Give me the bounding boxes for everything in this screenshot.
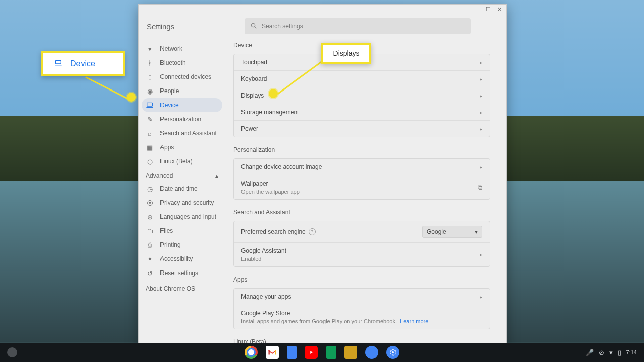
folder-icon: 🗀 <box>146 227 154 235</box>
sidebar: ▾Network ᚼBluetooth ▯Connected devices ◉… <box>139 39 224 345</box>
row-preferred-engine: Preferred search engine ? Google ▾ <box>234 221 490 242</box>
chevron-right-icon: ▸ <box>480 294 482 300</box>
laptop-icon <box>54 59 62 69</box>
sidebar-item-personalization[interactable]: ✎Personalization <box>142 112 222 126</box>
sidebar-item-network[interactable]: ▾Network <box>142 42 222 56</box>
window-titlebar: — ☐ ✕ <box>139 5 506 14</box>
sidebar-item-privacy[interactable]: ⦿Privacy and security <box>142 196 222 210</box>
sidebar-item-accessibility[interactable]: ✦Accessibility <box>142 252 222 266</box>
sidebar-item-search-assistant[interactable]: ⌕Search and Assistant <box>142 126 222 140</box>
learn-more-link[interactable]: Learn more <box>400 318 428 324</box>
sidebar-item-connected-devices[interactable]: ▯Connected devices <box>142 70 222 84</box>
search-engine-select[interactable]: Google ▾ <box>422 226 482 238</box>
svg-rect-2 <box>147 103 153 106</box>
callout-dot-displays <box>269 89 278 98</box>
callout-device-label: Device <box>70 59 95 68</box>
chevron-right-icon: ▸ <box>480 126 482 132</box>
webstore-app-icon[interactable] <box>365 346 378 359</box>
reset-icon: ↺ <box>146 269 154 277</box>
wifi-tray-icon: ▾ <box>609 349 613 356</box>
search-icon: ⌕ <box>146 129 154 137</box>
apps-icon: ▦ <box>146 143 154 151</box>
sidebar-item-linux[interactable]: ◌Linux (Beta) <box>142 154 222 168</box>
row-wallpaper[interactable]: Wallpaper Open the wallpaper app ⧉ <box>234 175 490 199</box>
chevron-right-icon: ▸ <box>480 252 482 257</box>
close-button[interactable]: ✕ <box>496 6 502 12</box>
row-account-image[interactable]: Change device account image▸ <box>234 159 490 175</box>
docs-app-icon[interactable] <box>287 346 297 359</box>
section-title-search: Search and Assistant <box>233 209 490 216</box>
header: Settings <box>139 14 506 39</box>
search-icon <box>250 22 258 31</box>
chevron-right-icon: ▸ <box>480 93 482 99</box>
chrome-app-icon[interactable] <box>245 346 258 359</box>
help-icon[interactable]: ? <box>309 228 316 235</box>
phone-icon: ▯ <box>146 73 154 81</box>
row-google-assistant[interactable]: Google Assistant Enabled ▸ <box>234 242 490 266</box>
about-chrome-os[interactable]: About Chrome OS <box>142 280 222 297</box>
globe-icon: ⊕ <box>146 213 154 221</box>
bluetooth-icon: ᚼ <box>146 59 154 67</box>
sidebar-item-people[interactable]: ◉People <box>142 84 222 98</box>
row-storage[interactable]: Storage management▸ <box>234 104 490 120</box>
youtube-app-icon[interactable] <box>305 346 318 359</box>
row-power[interactable]: Power▸ <box>234 120 490 137</box>
brush-icon: ✎ <box>146 115 154 123</box>
chevron-right-icon: ▸ <box>480 60 482 65</box>
chevron-right-icon: ▸ <box>480 76 482 82</box>
shield-icon: ⦿ <box>146 199 154 207</box>
svg-rect-0 <box>56 60 61 64</box>
sidebar-item-reset[interactable]: ↺Reset settings <box>142 266 222 280</box>
callout-displays: Displays <box>321 43 371 64</box>
clock-icon: ◷ <box>146 185 154 193</box>
search-field[interactable] <box>262 23 466 30</box>
svg-point-1 <box>251 23 255 27</box>
row-manage-apps[interactable]: Manage your apps▸ <box>234 289 490 305</box>
mic-icon: 🎤 <box>586 349 594 356</box>
battery-icon: ▯ <box>618 349 621 356</box>
app-title: Settings <box>147 22 227 31</box>
callout-device: Device <box>41 51 125 76</box>
advanced-toggle[interactable]: Advanced ▴ <box>142 168 222 182</box>
accessibility-icon: ✦ <box>146 255 154 263</box>
sidebar-item-files[interactable]: 🗀Files <box>142 224 222 238</box>
stop-icon: ⊘ <box>599 349 604 356</box>
sidebar-item-languages[interactable]: ⊕Languages and input <box>142 210 222 224</box>
search-input[interactable] <box>245 18 471 34</box>
settings-app-icon[interactable] <box>386 346 399 359</box>
sidebar-item-apps[interactable]: ▦Apps <box>142 140 222 154</box>
minimize-button[interactable]: — <box>474 6 480 12</box>
sidebar-item-bluetooth[interactable]: ᚼBluetooth <box>142 56 222 70</box>
laptop-icon <box>146 101 154 109</box>
sidebar-item-device[interactable]: Device <box>142 98 222 112</box>
external-link-icon: ⧉ <box>478 184 482 192</box>
launcher-button[interactable] <box>7 347 17 357</box>
sheets-app-icon[interactable] <box>326 346 336 359</box>
search-card: Preferred search engine ? Google ▾ Googl… <box>233 221 490 267</box>
row-play-store[interactable]: Google Play Store Install apps and games… <box>234 305 490 329</box>
person-icon: ◉ <box>146 87 154 95</box>
sidebar-item-date-time[interactable]: ◷Date and time <box>142 182 222 196</box>
wifi-icon: ▾ <box>146 45 154 53</box>
section-title-personalization: Personalization <box>233 146 490 153</box>
cursive-app-icon[interactable] <box>344 346 357 359</box>
chevron-right-icon: ▸ <box>480 110 482 115</box>
row-keyboard[interactable]: Keyboard▸ <box>234 70 490 87</box>
system-tray[interactable]: 🎤 ⊘ ▾ ▯ 7:14 <box>586 349 640 356</box>
svg-point-3 <box>392 351 394 353</box>
section-title-apps: Apps <box>233 276 490 283</box>
apps-card: Manage your apps▸ Google Play Store Inst… <box>233 288 490 329</box>
content-pane: Device Touchpad▸ Keyboard▸ Displays▸ Sto… <box>224 39 506 345</box>
chevron-down-icon: ▾ <box>475 228 478 235</box>
callout-displays-label: Displays <box>333 49 360 57</box>
desktop: Device Displays — ☐ ✕ Settings ▾Network <box>0 0 644 362</box>
chevron-up-icon: ▴ <box>215 172 218 179</box>
linux-icon: ◌ <box>146 157 154 165</box>
maximize-button[interactable]: ☐ <box>485 6 491 12</box>
shelf-apps <box>245 346 399 359</box>
gmail-app-icon[interactable] <box>266 346 279 359</box>
clock: 7:14 <box>626 349 637 355</box>
callout-dot-device <box>127 93 136 102</box>
print-icon: ⎙ <box>146 241 154 249</box>
sidebar-item-printing[interactable]: ⎙Printing <box>142 238 222 252</box>
